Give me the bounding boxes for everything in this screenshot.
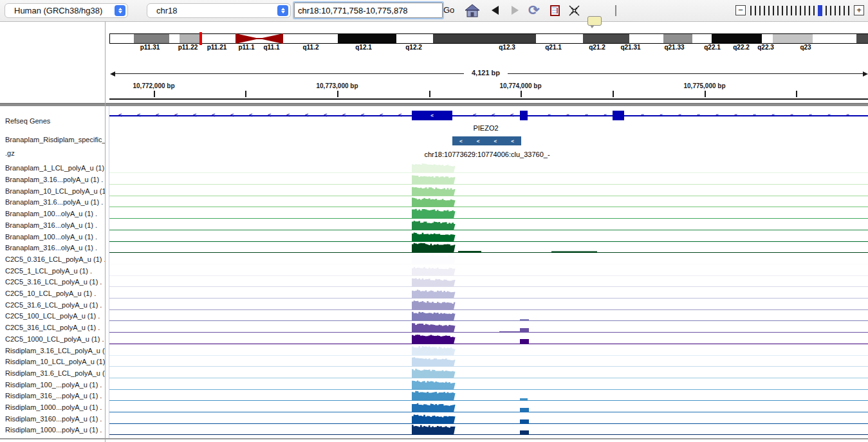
coverage-track-name[interactable]: Branaplam_1_LCL_polyA_u (1) . bbox=[5, 164, 105, 172]
tooltip-icon[interactable] bbox=[587, 16, 602, 26]
coverage-histogram[interactable] bbox=[109, 219, 868, 230]
zoom-tick[interactable] bbox=[750, 6, 752, 15]
ideogram-centromere-and-marker bbox=[109, 32, 868, 45]
coverage-track-name[interactable]: Risdiplam_31.6_LCL_polyA_u (1 bbox=[5, 369, 105, 377]
zoom-tick[interactable] bbox=[813, 6, 815, 15]
coverage-histogram[interactable] bbox=[109, 401, 868, 412]
coverage-histogram[interactable] bbox=[109, 207, 868, 219]
coverage-track-name[interactable]: C2C5_31.6_LCL_polyA_u (1) . bbox=[5, 301, 105, 309]
zoom-tick[interactable] bbox=[755, 6, 756, 15]
coverage-track-name[interactable]: Branaplam_10_LCL_polyA_u (1) bbox=[5, 187, 105, 195]
coverage-track-name[interactable]: Branaplam_316...olyA_u (1) . bbox=[5, 221, 105, 229]
coverage-histogram[interactable] bbox=[109, 309, 868, 321]
zoom-tick[interactable] bbox=[764, 6, 765, 15]
strand-chevron-icon: < bbox=[473, 111, 476, 119]
coverage-histogram[interactable] bbox=[109, 344, 868, 356]
exon-box[interactable] bbox=[613, 111, 624, 120]
coverage-track-name[interactable]: Risdiplam_1000...polyA_u (1) . bbox=[5, 403, 105, 411]
zoom-tick[interactable] bbox=[782, 6, 783, 15]
coverage-track-name[interactable]: Branaplam_100...olyA_u (1) . bbox=[5, 210, 105, 217]
zoom-level-marker[interactable] bbox=[818, 5, 822, 16]
igv-window: Human (GRCh38/hg38) chr18 chr18:10,771,7… bbox=[0, 0, 868, 442]
coverage-track-name[interactable]: Branaplam_31.6...polyA_u (1) . bbox=[5, 198, 105, 206]
coverage-histogram[interactable] bbox=[109, 264, 868, 276]
coverage-histogram[interactable] bbox=[109, 275, 868, 287]
exon-box[interactable] bbox=[520, 111, 528, 120]
exon-box[interactable]: < bbox=[412, 111, 452, 120]
junction-feature[interactable]: <<<< bbox=[452, 136, 521, 145]
coverage-track-name[interactable]: C2C5_10_LCL_polyA_u (1) . bbox=[5, 290, 105, 297]
coverage-histogram[interactable] bbox=[109, 173, 868, 185]
zoom-tick[interactable] bbox=[835, 6, 836, 15]
coverage-track-name[interactable]: Branaplam_3.16...polyA_u (1) . bbox=[5, 176, 105, 183]
zoom-tick[interactable] bbox=[844, 6, 845, 15]
track-name-refseq-genes[interactable]: Refseq Genes bbox=[5, 117, 105, 125]
zoom-tick[interactable] bbox=[795, 6, 797, 15]
zoom-tick[interactable] bbox=[777, 6, 779, 15]
coverage-histogram[interactable] bbox=[109, 321, 868, 333]
coverage-track-name[interactable]: Risdiplam_1000...polyA_u (1) . bbox=[5, 426, 105, 434]
zoom-tick[interactable] bbox=[809, 6, 810, 15]
coverage-track-name[interactable]: C2C5_316_LCL_polyA_u (1) . bbox=[5, 324, 105, 331]
coverage-histogram[interactable] bbox=[109, 230, 868, 242]
strand-chevron-icon: < bbox=[193, 111, 196, 119]
coverage-histogram[interactable] bbox=[109, 367, 868, 378]
zoom-slider[interactable] bbox=[750, 5, 849, 15]
coverage-histogram[interactable] bbox=[109, 161, 868, 173]
coverage-histogram[interactable] bbox=[109, 355, 868, 367]
coverage-histogram[interactable] bbox=[109, 412, 868, 424]
genome-select[interactable]: Human (GRCh38/hg38) bbox=[5, 3, 128, 18]
coverage-track-name[interactable]: Risdiplam_3.16_LCL_polyA_u (1 bbox=[5, 347, 105, 355]
ruler-tick bbox=[613, 91, 614, 97]
zoom-tick[interactable] bbox=[848, 6, 849, 15]
coverage-track-name[interactable]: Branaplam_316...olyA_u (1) . bbox=[5, 244, 105, 252]
go-button[interactable]: Go bbox=[443, 5, 454, 15]
track-name-junction-line2[interactable]: .gz bbox=[5, 149, 105, 157]
coverage-track-name[interactable]: Risdiplam_316_...polyA_u (1) . bbox=[5, 392, 105, 400]
zoom-in-button[interactable]: + bbox=[854, 5, 864, 15]
panel-divider[interactable] bbox=[0, 103, 868, 106]
zoom-tick[interactable] bbox=[826, 6, 827, 15]
coverage-histogram[interactable] bbox=[109, 287, 868, 299]
forward-icon[interactable] bbox=[512, 6, 519, 15]
track-name-junction-line1[interactable]: Branaplam_Risdiplam_specific_int bbox=[5, 136, 105, 143]
coverage-histogram[interactable] bbox=[109, 241, 868, 253]
name-panel-divider[interactable] bbox=[105, 21, 106, 442]
chromosome-select[interactable]: chr18 bbox=[147, 3, 291, 18]
coverage-histogram[interactable] bbox=[109, 196, 868, 207]
toolbar-separator bbox=[615, 5, 616, 16]
zoom-tick[interactable] bbox=[773, 6, 774, 15]
fit-icon[interactable] bbox=[569, 5, 580, 16]
coverage-track-name[interactable]: Risdiplam_10_LCL_polyA_u (1) . bbox=[5, 358, 105, 365]
refresh-icon[interactable]: ⟳ bbox=[528, 3, 540, 17]
coverage-track-name[interactable]: C2C5_100_LCL_polyA_u (1) . bbox=[5, 312, 105, 320]
coverage-track-name[interactable]: Branaplam_100...olyA_u (1) . bbox=[5, 233, 105, 241]
zoom-tick[interactable] bbox=[830, 6, 831, 15]
zoom-tick[interactable] bbox=[768, 6, 770, 15]
coverage-track-name[interactable]: Risdiplam_3160...polyA_u (1) . bbox=[5, 415, 105, 423]
coverage-histogram[interactable] bbox=[109, 253, 868, 264]
region-icon[interactable] bbox=[550, 5, 560, 16]
zoom-out-button[interactable]: − bbox=[735, 5, 746, 15]
back-icon[interactable] bbox=[492, 6, 499, 15]
zoom-tick[interactable] bbox=[804, 6, 806, 15]
ruler-tick bbox=[337, 91, 338, 97]
locus-input[interactable]: chr18:10,771,758-10,775,878 bbox=[294, 3, 443, 18]
coverage-track-name[interactable]: C2C5_1000_LCL_polyA_u (1) . bbox=[5, 335, 105, 343]
coverage-histogram[interactable] bbox=[109, 299, 868, 310]
coverage-histogram[interactable] bbox=[109, 423, 868, 435]
coverage-histogram[interactable] bbox=[109, 333, 868, 344]
zoom-tick[interactable] bbox=[791, 6, 792, 15]
coverage-histogram[interactable] bbox=[109, 185, 868, 196]
coverage-track-name[interactable]: C2C5_0.316_LCL_polyA_u (1) . bbox=[5, 255, 105, 263]
zoom-tick[interactable] bbox=[759, 6, 761, 15]
home-icon[interactable] bbox=[465, 4, 480, 17]
coverage-track-name[interactable]: Risdiplam_100_...polyA_u (1) . bbox=[5, 381, 105, 389]
coverage-histogram[interactable] bbox=[109, 389, 868, 401]
coverage-track-name[interactable]: C2C5_1_LCL_polyA_u (1) . bbox=[5, 267, 105, 275]
zoom-tick[interactable] bbox=[786, 6, 788, 15]
zoom-tick[interactable] bbox=[800, 6, 801, 15]
zoom-tick[interactable] bbox=[839, 6, 840, 15]
coverage-track-name[interactable]: C2C5_3.16_LCL_polyA_u (1) . bbox=[5, 278, 105, 286]
coverage-histogram[interactable] bbox=[109, 378, 868, 390]
